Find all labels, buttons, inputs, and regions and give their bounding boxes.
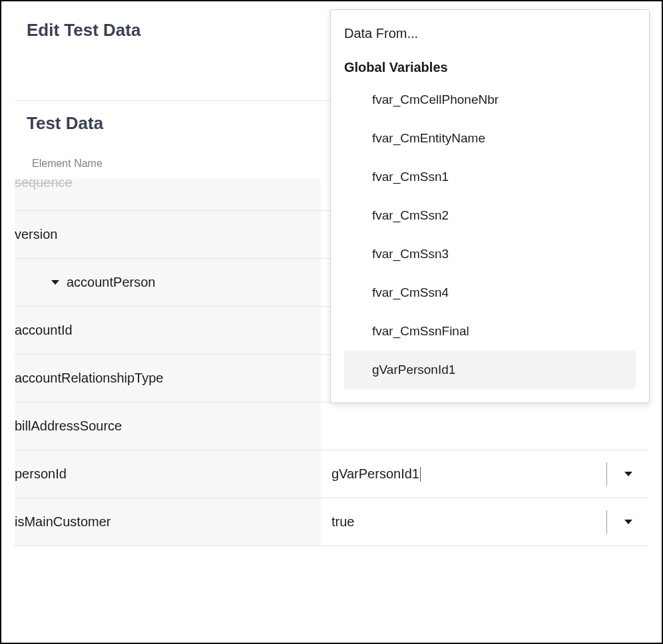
value-cell[interactable]: gVarPersonId1 — [321, 450, 648, 498]
divider — [606, 510, 607, 534]
chevron-down-icon — [623, 470, 634, 478]
dropdown-option[interactable]: fvar_CmSsnFinal — [344, 312, 636, 351]
value-input[interactable]: gVarPersonId1 — [321, 466, 605, 482]
text-cursor — [420, 467, 421, 482]
table-row[interactable]: personId gVarPersonId1 — [15, 450, 648, 498]
element-name-label: sequence — [15, 179, 73, 190]
dropdown-placeholder: Data From... — [344, 26, 636, 41]
dropdown-option[interactable]: fvar_CmSsn1 — [344, 158, 636, 196]
element-name-label: personId — [15, 466, 67, 482]
value-input[interactable]: true — [321, 514, 605, 530]
caret-down-icon[interactable] — [51, 279, 60, 286]
element-name-label: billAddressSource — [15, 418, 122, 434]
divider — [606, 462, 607, 486]
element-name-label: accountRelationshipType — [15, 371, 163, 386]
dropdown-option[interactable]: fvar_CmEntityName — [344, 119, 636, 158]
dialog-container: Edit Test Data Test Data Element Name se… — [0, 0, 663, 644]
dropdown-group-label: Global Variables — [344, 60, 636, 75]
element-name-label: accountPerson — [67, 275, 155, 290]
dropdown-option[interactable]: fvar_CmSsn3 — [344, 235, 636, 273]
value-cell[interactable]: true — [321, 498, 648, 546]
table-row[interactable]: isMainCustomer true — [15, 498, 648, 546]
dropdown-option[interactable]: fvar_CmSsn2 — [344, 196, 636, 235]
value-cell — [321, 402, 648, 450]
table-row[interactable]: billAddressSource — [15, 402, 648, 450]
dropdown-trigger[interactable] — [608, 518, 648, 526]
chevron-down-icon — [623, 518, 634, 526]
dropdown-option[interactable]: fvar_CmCellPhoneNbr — [344, 80, 636, 119]
dropdown-trigger[interactable] — [608, 470, 648, 478]
dropdown-option[interactable]: fvar_CmSsn4 — [344, 273, 636, 312]
element-name-label: accountId — [15, 323, 73, 338]
element-name-label: version — [15, 227, 57, 242]
dropdown-option[interactable]: gVarPersonId1 — [344, 351, 636, 389]
element-name-label: isMainCustomer — [15, 514, 110, 530]
data-from-dropdown[interactable]: Data From... Global Variables fvar_CmCel… — [330, 9, 650, 403]
